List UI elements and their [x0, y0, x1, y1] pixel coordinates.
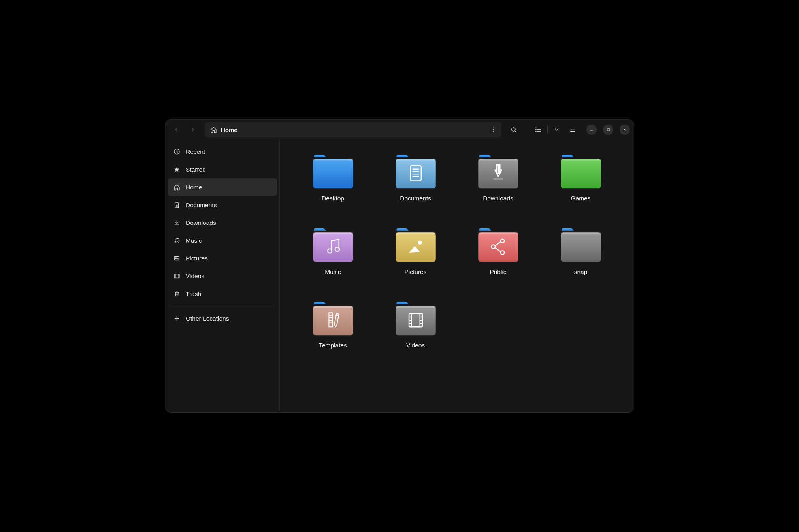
svg-rect-17: [313, 159, 353, 188]
folder-icon: [559, 151, 603, 191]
folder-icon: [394, 151, 437, 191]
svg-rect-32: [478, 232, 518, 262]
folder-icon: [477, 225, 520, 264]
folder-label: Music: [325, 268, 341, 275]
svg-rect-20: [396, 159, 436, 160]
toolbar-divider: [547, 125, 548, 134]
home-icon: [173, 184, 180, 191]
folder-item[interactable]: Pictures: [378, 223, 453, 294]
folder-item[interactable]: Downloads: [461, 149, 535, 220]
folder-item[interactable]: snap: [543, 223, 618, 294]
path-menu-button[interactable]: [487, 124, 499, 136]
minimize-button[interactable]: [586, 125, 597, 135]
sidebar-item-label: Videos: [186, 273, 204, 280]
folder-label: Videos: [406, 342, 425, 349]
search-button[interactable]: [506, 122, 521, 137]
svg-rect-4: [535, 128, 536, 128]
folder-label: Downloads: [483, 195, 513, 202]
forward-button[interactable]: [186, 123, 200, 137]
pathbar[interactable]: Home: [205, 122, 501, 137]
close-button[interactable]: [620, 125, 630, 135]
svg-point-13: [177, 241, 179, 243]
plus-icon: [173, 315, 180, 322]
svg-rect-26: [313, 232, 353, 234]
svg-rect-23: [561, 159, 601, 188]
sidebar: Recent Starred Home Documents Downloads …: [165, 140, 280, 412]
sidebar-item-label: Pictures: [186, 255, 208, 262]
sidebar-item-other-locations[interactable]: Other Locations: [168, 309, 277, 327]
folder-item[interactable]: Videos: [378, 296, 453, 367]
svg-rect-22: [478, 159, 518, 160]
sidebar-item-label: Trash: [186, 291, 201, 298]
sidebar-item-recent[interactable]: Recent: [168, 143, 277, 160]
recent-icon: [173, 148, 180, 155]
folder-item[interactable]: Music: [296, 223, 370, 294]
sidebar-item-label: Home: [186, 184, 202, 191]
sidebar-item-starred[interactable]: Starred: [168, 160, 277, 178]
sidebar-item-trash[interactable]: Trash: [168, 285, 277, 303]
folder-item[interactable]: Desktop: [296, 149, 370, 220]
svg-rect-18: [313, 159, 353, 160]
home-icon: [210, 126, 217, 133]
folder-label: Games: [571, 195, 591, 202]
sidebar-item-label: Recent: [186, 148, 205, 155]
svg-rect-39: [313, 306, 353, 335]
svg-rect-5: [537, 128, 541, 128]
svg-rect-9: [537, 131, 541, 132]
view-list-button[interactable]: [532, 122, 544, 137]
folder-icon: [559, 225, 603, 264]
sidebar-item-label: Downloads: [186, 219, 216, 226]
sidebar-item-home[interactable]: Home: [168, 178, 277, 196]
maximize-button[interactable]: [603, 125, 613, 135]
sidebar-item-pictures[interactable]: Pictures: [168, 249, 277, 267]
trash-icon: [173, 291, 180, 297]
sidebar-item-documents[interactable]: Documents: [168, 196, 277, 214]
svg-rect-7: [537, 129, 541, 130]
folder-icon: [311, 151, 355, 191]
back-button[interactable]: [169, 123, 183, 137]
sidebar-divider: [170, 306, 275, 306]
svg-rect-14: [174, 257, 179, 260]
svg-rect-16: [174, 274, 179, 278]
download-icon: [173, 219, 180, 226]
hamburger-menu-button[interactable]: [565, 122, 580, 137]
folder-label: Documents: [400, 195, 431, 202]
picture-icon: [173, 255, 180, 262]
svg-rect-8: [535, 131, 536, 132]
file-grid[interactable]: Desktop Documents Downloads Games: [280, 140, 634, 412]
svg-point-31: [418, 240, 422, 245]
view-options-button[interactable]: [551, 122, 563, 137]
svg-point-2: [493, 131, 494, 132]
folder-icon: [394, 225, 437, 264]
sidebar-item-videos[interactable]: Videos: [168, 267, 277, 285]
svg-point-1: [493, 129, 494, 130]
sidebar-item-music[interactable]: Music: [168, 232, 277, 249]
svg-point-12: [175, 241, 176, 243]
folder-label: Desktop: [322, 195, 344, 202]
sidebar-item-downloads[interactable]: Downloads: [168, 214, 277, 232]
sidebar-item-label: Music: [186, 237, 202, 244]
star-icon: [173, 166, 180, 173]
svg-rect-38: [561, 232, 601, 234]
svg-rect-40: [313, 306, 353, 308]
svg-rect-24: [561, 159, 601, 160]
folder-icon: [477, 151, 520, 191]
folder-icon: [394, 298, 437, 338]
video-icon: [173, 273, 180, 279]
svg-point-0: [493, 128, 494, 128]
folder-item[interactable]: Public: [461, 223, 535, 294]
folder-label: Templates: [319, 342, 347, 349]
svg-rect-6: [535, 129, 536, 130]
document-icon: [173, 202, 180, 208]
folder-item[interactable]: Documents: [378, 149, 453, 220]
sidebar-item-label: Other Locations: [186, 315, 229, 322]
svg-rect-30: [396, 232, 436, 234]
music-icon: [173, 237, 180, 244]
sidebar-item-label: Starred: [186, 166, 206, 173]
svg-rect-25: [313, 232, 353, 262]
folder-item[interactable]: Games: [543, 149, 618, 220]
sidebar-item-label: Documents: [186, 202, 217, 209]
folder-item[interactable]: Templates: [296, 296, 370, 367]
folder-label: Public: [490, 268, 506, 275]
folder-label: Pictures: [405, 268, 427, 275]
